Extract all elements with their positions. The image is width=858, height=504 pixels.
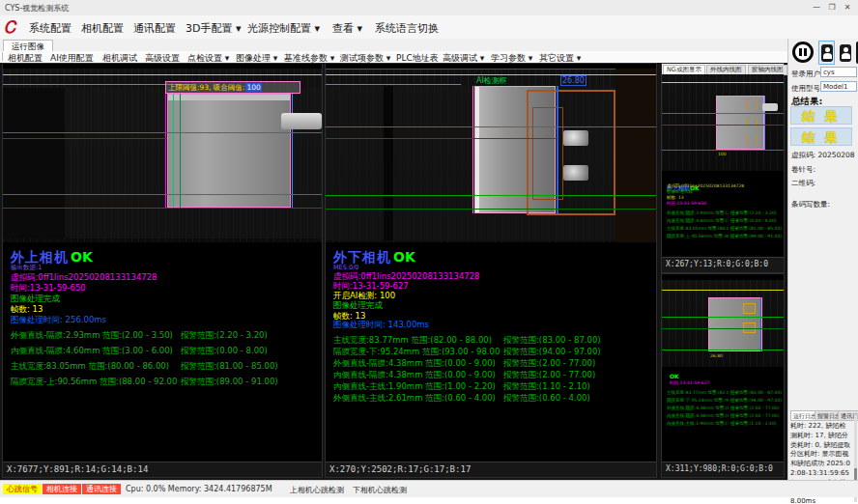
measurement-text: 主线宽度:83.77mm 范围:(82.00 - 88.00) [333, 335, 500, 347]
mini-time: 时间:13-31-59-627 [670, 380, 780, 385]
virtual-code-label: 虚拟码: 20250208 [791, 151, 855, 160]
app-window: CYS-视觉检测系统 — ❐ ✕ Ꮯ 系统配置 相机配置 通讯配置 3D手配置 … [0, 0, 858, 504]
menu-view[interactable]: 查看 ▾ [332, 21, 362, 36]
comm-connect-badge: 通讯连接 [82, 484, 121, 494]
upper-camera-heartbeat: 上相机心跳检测 [290, 485, 344, 495]
heartbeat-badge: 心跳信号 [3, 484, 42, 494]
mini-measurement-row: 主线宽度:83.77mm 范围:(82.00 - 88.00) 报警范围:(83… [667, 390, 782, 395]
sidebar: ➜ 登录用户: 使用型号: 总结果: 结 果 结 果 虚拟码: 20250208… [787, 39, 858, 496]
status-ok-label: OK [71, 249, 93, 265]
alarm-range: 报警范围:(1.10 - 2.10) [503, 381, 590, 393]
output-sub-label: 输出数据:1 [11, 264, 42, 272]
barcode-count-label: 条码写数量: [791, 200, 830, 210]
coordinate-bar-thumb-upper: X:267;Y:13;R:0;G:0;B:0 [662, 257, 784, 272]
mini-measurement-row: 隔膜宽度-下:95.24mm 范围:(93.00 - 98.00) 报警范围:(… [667, 398, 782, 403]
alarm-range: 报警范围:(2.00 - 77.00) [503, 370, 595, 381]
alarm-range: 报警范围:(2.00 - 77.00) [503, 358, 595, 370]
titlebar: CYS-视觉检测系统 — ❐ ✕ [0, 0, 858, 16]
user-switch-button[interactable] [839, 43, 852, 63]
alarm-range: 报警范围:(0.00 - 8.00) [181, 346, 268, 357]
login-user-button[interactable] [818, 41, 835, 65]
mini-barcode: 虚拟码:0ff1lins20250208133134728 [667, 183, 781, 188]
mini-measurement-row: 外侧直线-隔膜:2.93mm 范围:(2.00 - 3.50) 报警范围:(2.… [667, 210, 782, 215]
threshold-mini-text: 26.80 [710, 353, 723, 358]
thumb-panel-lower: 26.80 OK 时间:13-31-59-627 主线宽度:83.77mm 范围… [661, 273, 785, 478]
pause-icon [804, 48, 807, 56]
user-icon [840, 44, 851, 62]
log-tab-strip: 运行日志 报警日志 通讯日志 [790, 410, 858, 420]
menu-comm-config[interactable]: 通讯配置 [133, 21, 176, 36]
measurement-row: 隔膜宽度-上:90.56mm 范围:(88.00 - 92.00) 报警范围:(… [11, 377, 318, 388]
alarm-range: 报警范围:(83.00 - 87.00) [503, 335, 601, 347]
alarm-range: 报警范围:(94.00 - 97.00) [503, 347, 601, 358]
measurement-row: 内侧直线-隔膜:4.60mm 范围:(3.00 - 6.00) 报警范围:(0.… [11, 346, 318, 357]
main-content: 上限阈值:93, 吸合阈值:100 外上相机OK 输出数据:1 虚拟码:0ff1… [0, 63, 858, 480]
login-user-label: 登录用户: [791, 70, 823, 79]
reflective-part [563, 130, 588, 146]
close-icon[interactable]: ✕ [841, 2, 854, 13]
menu-3d-config[interactable]: 3D手配置 ▾ [186, 21, 242, 36]
pixel-coords: X:311;Y:980;R:0;G:0;B:0 [666, 464, 773, 473]
status-bar: 心跳信号 相机连接 通讯连接 Cpu: 0.0% Memory: 3424.41… [0, 480, 858, 497]
model-label: 使用型号: [791, 84, 823, 94]
measurement-row: 主线宽度:83.77mm 范围:(82.00 - 88.00) 报警范围:(83… [333, 335, 652, 347]
menu-system-config[interactable]: 系统配置 [29, 21, 72, 36]
qr-code-label: 二维码: [791, 179, 815, 188]
coordinate-bar-upper: X:7677;Y:891;R:14;G:14;B:14 [3, 462, 322, 477]
camera-panel-upper: 上限阈值:93, 吸合阈值:100 外上相机OK 输出数据:1 虚拟码:0ff1… [2, 63, 323, 478]
mini-measurement-row: 内侧直线-隔膜:4.60mm 范围:(3.00 - 6.00) 报警范围:(0.… [667, 218, 782, 223]
measurement-row: 外侧直线-主线:2.61mm 范围:(0.60 - 4.00) 报警范围:(0.… [333, 393, 652, 405]
result-block-lower: 结 果 [790, 127, 852, 146]
ai-mini-box [747, 99, 758, 110]
mini-frames: 帧数: 13 [667, 195, 684, 200]
camera-image-upper[interactable]: 上限阈值:93, 吸合阈值:100 [3, 69, 322, 242]
ai-mini-box [743, 303, 756, 314]
process-time-label: 图像处理时间: 143.00ms [333, 320, 429, 331]
alarm-range: 报警范围:(0.60 - 4.00) [503, 393, 590, 405]
maximize-icon[interactable]: ❐ [825, 2, 839, 13]
mini-measurement-row: 主线宽度:83.05mm 范围:(80.00 - 86.00) 报警范围:(81… [667, 226, 782, 231]
measurement-text: 外侧直线-隔膜:4.38mm 范围:(0.00 - 9.00) [333, 358, 500, 370]
camera-connect-badge: 相机连接 [43, 484, 81, 494]
tab-strip: 运行图像 [0, 39, 858, 52]
camera-image-lower[interactable]: AI检测框 26.80 [326, 69, 656, 242]
login-user-input[interactable] [820, 67, 857, 77]
mini-status-ok: OK [670, 373, 679, 379]
process-time-label: 图像处理时间: 256.00ms [11, 315, 106, 326]
app-logo-icon: Ꮯ [4, 17, 23, 37]
cell-region [167, 94, 291, 208]
mini-measurement-row: 内侧直线-隔膜:4.38mm 范围:(0.00 - 9.00) 报警范围:(2.… [667, 413, 782, 418]
menu-light-config[interactable]: 光源控制配置 ▾ [247, 21, 320, 36]
pause-button[interactable] [792, 42, 814, 63]
menu-language-switch[interactable]: 系统语言切换 [375, 21, 439, 36]
camera-name-label: 外下相机 [333, 249, 391, 265]
pin-number-label: 卷针号: [791, 165, 815, 175]
thumb-image-lower[interactable]: 26.80 [662, 280, 784, 367]
toolbar-grip [2, 52, 6, 61]
menu-camera-config[interactable]: 相机配置 [81, 21, 124, 36]
measurement-text: 外侧直线-主线:2.61mm 范围:(0.60 - 4.00) [333, 393, 500, 405]
threshold-text: 上限阈值:93, 吸合阈值: [168, 83, 244, 92]
mes-sub-label: MES:0/0 [333, 264, 359, 271]
measurement-text: 内侧直线-隔膜:4.60mm 范围:(3.00 - 6.00) [11, 346, 177, 357]
mini-measurement-row: 内侧直线-主线:1.90mm 范围:(1.00 - 2.20) 报警范围:(1.… [667, 421, 782, 426]
ai-mini-box [747, 117, 758, 127]
measurement-text: 内侧直线-主线:1.90mm 范围:(1.00 - 2.20) [333, 381, 500, 393]
measurement-row: 内侧直线-主线:1.90mm 范围:(1.00 - 2.20) 报警范围:(1.… [333, 381, 652, 393]
ai-mini-box [747, 134, 758, 145]
thumb-image-upper[interactable]: 100 [662, 74, 784, 171]
model-input[interactable] [820, 81, 857, 92]
alarm-range: 报警范围:(81.00 - 85.00) [181, 361, 278, 373]
alarm-range: 报警范围:(89.00 - 91.00) [181, 377, 278, 388]
mini-done: 图像处理完成 [667, 189, 693, 194]
menubar: Ꮯ 系统配置 相机配置 通讯配置 3D手配置 ▾ 光源控制配置 ▾ 查看 ▾ 系… [0, 15, 858, 40]
measurement-row: 外侧直线-隔膜:2.93mm 范围:(2.00 - 3.50) 报警范围:(2.… [11, 330, 318, 342]
measurement-text: 主线宽度:83.05mm 范围:(80.00 - 86.00) [11, 361, 177, 373]
reflective-part [563, 165, 588, 181]
measurement-text: 隔膜宽度-下:95.24mm 范围:(93.00 - 98.00) [333, 347, 500, 358]
minimize-icon[interactable]: — [810, 2, 823, 13]
gripper-pin [762, 103, 778, 111]
threshold-value: 100 [245, 83, 261, 92]
ai-detect-box-inner [532, 107, 563, 200]
coordinate-bar-thumb-lower: X:311;Y:980;R:0;G:0;B:0 [662, 462, 784, 477]
